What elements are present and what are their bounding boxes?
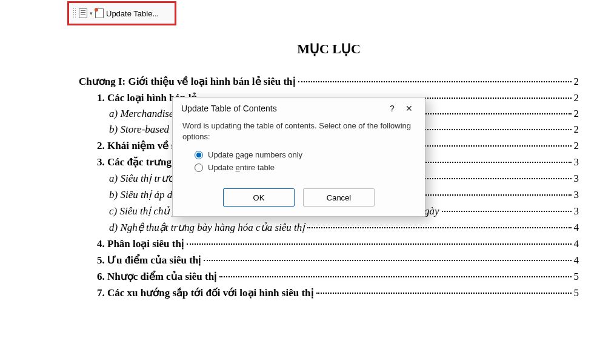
refresh-icon — [95, 8, 104, 18]
toc-leader-dots — [307, 227, 571, 228]
toc-entry-page: 2 — [574, 124, 579, 136]
radio-page-numbers-only[interactable]: Update page numbers only — [182, 148, 415, 161]
update-table-button[interactable]: Update Table... — [106, 9, 159, 18]
toc-entry[interactable]: 6. Nhược điểm của siêu thị 5 — [79, 270, 579, 283]
toc-entry-page: 5 — [574, 271, 579, 283]
toc-entry[interactable]: d) Nghệ thuật trưng bày hàng hóa của siê… — [79, 221, 579, 234]
toc-leader-dots — [219, 276, 571, 277]
toc-toolbar: ▾ Update Table... — [67, 1, 176, 25]
radio-entire-table[interactable]: Update entire table — [182, 161, 415, 174]
toc-entry-page: 2 — [574, 76, 579, 88]
radio-icon — [195, 164, 203, 172]
toc-menu-icon[interactable] — [79, 8, 87, 18]
radio-label: Update entire table — [208, 163, 275, 172]
toc-entry-label: d) Nghệ thuật trưng bày hàng hóa của siê… — [109, 221, 305, 234]
toc-entry-page: 2 — [574, 140, 579, 152]
toc-entry-page: 3 — [574, 189, 579, 201]
radio-label: Update page numbers only — [208, 150, 302, 159]
dialog-title: Update Table of Contents — [181, 104, 277, 113]
toc-leader-dots — [442, 211, 572, 212]
page-title: MỤC LỤC — [73, 41, 585, 57]
dialog-message: Word is updating the table of contents. … — [182, 121, 415, 142]
cancel-button[interactable]: Cancel — [303, 188, 375, 207]
toc-entry-label: 5. Ưu điểm của siêu thị — [97, 254, 201, 266]
toc-entry-label: a) Siêu thị trước — [109, 172, 178, 185]
toc-entry-page: 2 — [574, 92, 579, 104]
toc-entry-page: 3 — [574, 156, 579, 168]
toc-entry-label: Chương I: Giới thiệu về loại hình bán lẻ… — [79, 75, 296, 88]
toc-entry-label: 4. Phân loại siêu thị — [97, 237, 184, 250]
ok-button[interactable]: OK — [223, 188, 295, 207]
toc-entry-label: 7. Các xu hướng sắp tới đối với loại hìn… — [97, 286, 314, 299]
toc-entry-page: 3 — [574, 205, 579, 217]
toc-entry-page: 3 — [574, 173, 579, 185]
toc-entry-page: 2 — [574, 108, 579, 120]
toc-entry-page: 4 — [574, 238, 579, 250]
toc-leader-dots — [298, 81, 572, 82]
help-button[interactable]: ? — [384, 104, 401, 113]
close-button[interactable]: ✕ — [401, 104, 418, 113]
toc-leader-dots — [316, 293, 572, 294]
toc-entry-page: 4 — [574, 222, 579, 234]
toc-entry-label: 6. Nhược điểm của siêu thị — [97, 270, 217, 283]
grip-icon — [73, 8, 76, 19]
toc-entry-page: 5 — [574, 287, 579, 299]
toc-entry-page: 4 — [574, 254, 579, 266]
chevron-down-icon[interactable]: ▾ — [90, 10, 93, 16]
update-toc-dialog: Update Table of Contents ? ✕ Word is upd… — [172, 97, 425, 217]
toc-entry-label: 3. Các đặc trưng — [97, 156, 172, 168]
toc-entry[interactable]: 7. Các xu hướng sắp tới đối với loại hìn… — [79, 286, 579, 299]
toc-leader-dots — [187, 243, 572, 245]
toc-entry[interactable]: 4. Phân loại siêu thị 4 — [79, 237, 579, 250]
toc-entry-label: 2. Khái niệm về s — [97, 139, 175, 152]
dialog-body: Word is updating the table of contents. … — [173, 118, 425, 181]
toc-entry[interactable]: Chương I: Giới thiệu về loại hình bán lẻ… — [79, 75, 579, 88]
toc-entry-label: b) Store-based r — [109, 124, 176, 136]
toc-leader-dots — [204, 260, 571, 261]
dialog-buttons: OK Cancel — [173, 181, 425, 216]
radio-icon — [195, 151, 203, 159]
toc-entry[interactable]: 5. Ưu điểm của siêu thị 4 — [79, 254, 579, 266]
dialog-titlebar: Update Table of Contents ? ✕ — [173, 98, 425, 118]
toc-entry-label: a) Merchandise — [109, 108, 174, 120]
